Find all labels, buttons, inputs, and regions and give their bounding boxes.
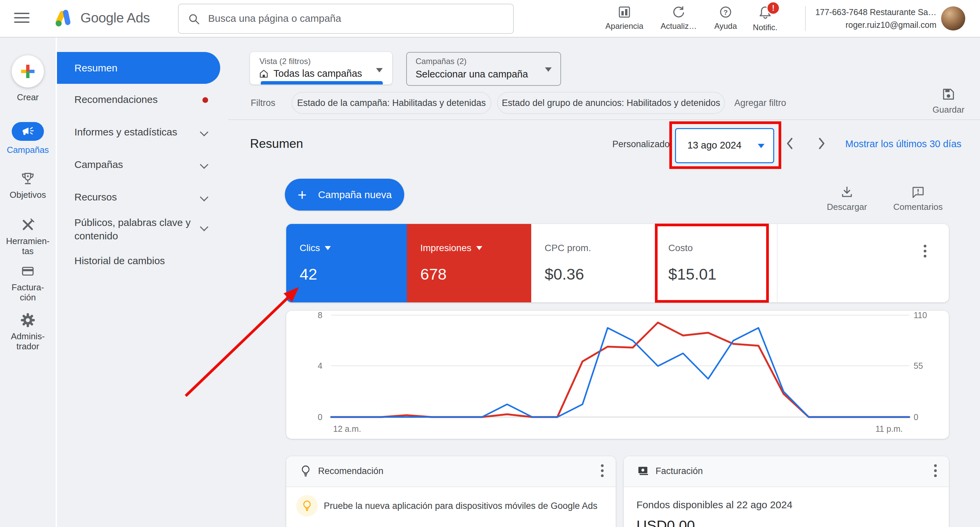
campaign-selector-value: Seleccionar una campaña (415, 69, 528, 80)
recommendations-dot (202, 97, 208, 103)
metric-card-cost[interactable]: Costo $15.01 (655, 224, 777, 303)
funds-available-label: Fondos disponibles al 22 ago 2024 (636, 499, 792, 511)
billing-title: Facturación (655, 466, 703, 476)
new-campaign-label: Campaña nueva (318, 189, 392, 201)
tip-icon-circle (296, 495, 318, 517)
rail-admin-label-2: trador (16, 341, 39, 351)
menu-icon[interactable] (14, 13, 30, 24)
previous-day-icon[interactable] (786, 137, 794, 150)
account-email: roger.ruiz10@gmail.com (815, 20, 936, 30)
nav-item-change-history[interactable]: Historial de cambios (75, 255, 165, 266)
rail-item-create[interactable]: Crear (0, 55, 56, 102)
account-name: 177-663-7648 Restaurante Sa… (815, 7, 936, 17)
megaphone-icon (21, 126, 35, 137)
lightbulb-icon (301, 500, 313, 512)
rail-goals-label: Objetivos (10, 190, 46, 200)
appearance-button[interactable]: Apariencia (596, 5, 653, 31)
notification-badge: ! (767, 2, 780, 15)
filter-chip-adgroup-status[interactable]: Estado del grupo de anuncios: Habilitado… (497, 92, 725, 114)
show-last-30-days-link[interactable]: Mostrar los últimos 30 días (845, 139, 962, 150)
chevron-down-icon[interactable] (200, 223, 208, 231)
cost-label: Costo (668, 243, 693, 253)
more-options-icon[interactable] (601, 464, 604, 477)
rail-item-tools[interactable]: Herramien- tas (0, 217, 56, 256)
view-selector-label: Vista (2 filtros) (259, 57, 311, 66)
clicks-value: 42 (300, 265, 317, 283)
account-info[interactable]: 177-663-7648 Restaurante Sa… roger.ruiz1… (815, 7, 936, 30)
recommendation-tip[interactable]: Pruebe la nueva aplicación para disposit… (324, 501, 598, 511)
billing-card-header: Facturación (624, 456, 949, 487)
chevron-down-icon[interactable] (200, 193, 208, 201)
feedback-button[interactable]: Comentarios (893, 185, 942, 212)
more-options-icon[interactable] (934, 464, 937, 477)
chevron-down-icon[interactable] (200, 128, 208, 136)
appearance-label: Apariencia (605, 21, 643, 31)
metric-card-clicks[interactable]: Clics 42 (286, 224, 407, 303)
search-box[interactable] (178, 4, 514, 34)
left-rail: Crear Campañas (0, 37, 57, 527)
rail-tools-label-1: Herramien- (6, 236, 49, 246)
campaigns-pill[interactable] (12, 122, 44, 141)
search-icon (187, 13, 201, 26)
campaign-selector[interactable]: Campañas (2) Seleccionar una campaña (406, 52, 561, 86)
search-input[interactable] (207, 4, 504, 32)
metric-card-impressions[interactable]: Impresiones 678 (407, 224, 531, 303)
rail-item-billing[interactable]: Factura- ción (0, 263, 56, 303)
download-button[interactable]: Descargar (827, 185, 867, 212)
metrics-strip: Clics 42 Impresiones 678 CPC prom. $0.36… (286, 224, 949, 303)
nav-item-campaigns[interactable]: Campañas (75, 159, 123, 170)
app-name: Google Ads (80, 10, 150, 26)
money-icon (636, 463, 651, 478)
nav-item-audiences-line2[interactable]: contenido (75, 230, 118, 242)
rail-billing-label-2: ción (20, 292, 36, 303)
time-series-chart[interactable] (286, 311, 949, 439)
rail-item-goals[interactable]: Objetivos (0, 171, 56, 200)
avatar[interactable] (941, 6, 965, 30)
rail-item-campaigns[interactable]: Campañas (0, 122, 56, 155)
impressions-line (331, 323, 909, 417)
save-button[interactable]: Guardar (932, 86, 965, 115)
filter-chip-campaign-status[interactable]: Estado de la campaña: Habilitadas y dete… (291, 92, 492, 114)
gear-icon (20, 312, 35, 328)
lightbulb-icon (299, 463, 312, 478)
help-label: Ayuda (714, 21, 737, 31)
download-icon (840, 185, 854, 200)
tools-icon (20, 217, 35, 232)
save-icon (941, 86, 956, 102)
trophy-icon (20, 171, 35, 186)
view-selector-value: Todas las campañas (274, 68, 362, 79)
billing-card: Facturación Fondos disponibles al 22 ago… (624, 456, 949, 527)
nav-item-audiences[interactable]: Públicos, palabras clave y (75, 217, 191, 228)
more-options-icon[interactable] (924, 245, 926, 258)
metrics-divider (777, 224, 778, 303)
date-range-button[interactable]: 13 ago 2024 (675, 128, 774, 163)
next-day-icon[interactable] (817, 137, 826, 150)
create-button[interactable] (12, 55, 44, 88)
caret-down-icon (376, 68, 383, 72)
google-ads-app: Google Ads Apariencia Actualiz… (0, 0, 980, 527)
clicks-line (331, 328, 909, 417)
rail-admin-label-1: Adminis- (11, 331, 45, 341)
rail-item-admin[interactable]: Adminis- trador (0, 312, 56, 351)
nav-item-insights[interactable]: Informes y estadísticas (75, 126, 177, 138)
nav-item-recommendations[interactable]: Recomendaciones (75, 94, 158, 105)
credit-card-icon (20, 263, 35, 279)
feedback-label: Comentarios (893, 202, 942, 212)
feedback-icon (911, 185, 925, 200)
nav-item-overview[interactable]: Resumen (57, 52, 220, 84)
custom-range-label: Personalizado (600, 139, 670, 150)
add-filter-button[interactable]: Agregar filtro (734, 98, 786, 108)
secondary-nav: Resumen Recomendaciones Informes y estad… (57, 37, 223, 527)
chevron-down-icon[interactable] (200, 160, 208, 169)
metric-card-cpc[interactable]: CPC prom. $0.36 (531, 224, 655, 303)
view-selector[interactable]: Vista (2 filtros) Todas las campañas (250, 52, 392, 84)
caret-down-icon[interactable] (325, 246, 331, 250)
new-campaign-button[interactable]: + Campaña nueva (285, 179, 404, 210)
header-divider (228, 119, 980, 120)
date-range-value: 13 ago 2024 (687, 140, 741, 151)
notifications-button[interactable]: ! Notific. (737, 5, 794, 32)
nav-item-assets[interactable]: Recursos (75, 191, 117, 203)
filters-label: Filtros (251, 98, 275, 108)
recommendation-card-header: Recomendación (286, 456, 616, 487)
caret-down-icon[interactable] (476, 246, 482, 250)
